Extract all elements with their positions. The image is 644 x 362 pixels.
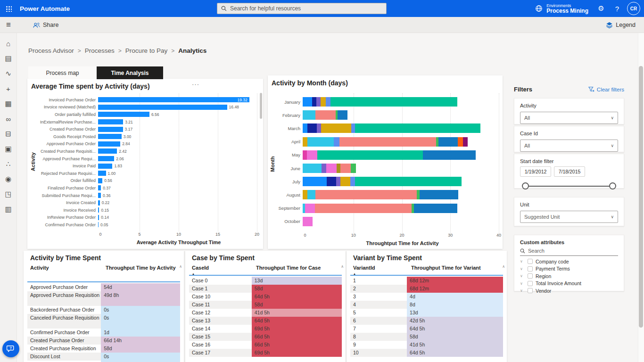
table-row[interactable]: Approved Purchase Order54d [27, 283, 180, 291]
table-row[interactable]: Backordered Purchase Order0s [27, 306, 180, 314]
table-row[interactable]: Case 1769d 5h [189, 349, 342, 357]
bar-8[interactable] [98, 156, 114, 161]
column-header[interactable]: Throughput Time by Activity [106, 265, 181, 271]
sidebar-item-process-advisor[interactable]: ∴ [1, 156, 16, 172]
segment-purple[interactable] [317, 123, 321, 133]
clear-filters-button[interactable]: Clear filters [588, 87, 624, 92]
column-header-sorted[interactable]: CaseId ▲ [192, 265, 263, 277]
chevron-down-icon[interactable]: ∨ [520, 267, 525, 271]
bar-15[interactable] [98, 207, 99, 213]
segment-steelblue[interactable] [423, 150, 476, 160]
slider-track[interactable] [525, 186, 613, 187]
bar-2[interactable] [98, 112, 149, 117]
table-row[interactable]: Created Purchase Requisition58d [27, 345, 180, 353]
segment-salmon[interactable] [315, 110, 336, 120]
segment-steelblue[interactable] [438, 137, 458, 147]
segment-purple[interactable] [336, 177, 340, 186]
segment-blue[interactable] [303, 177, 327, 186]
segment-cornflower[interactable] [351, 123, 355, 133]
table-row[interactable]: 764d 5h [350, 325, 503, 333]
segment-cornflower[interactable] [326, 97, 330, 107]
help-chat-button[interactable]: ? [2, 340, 19, 357]
segment-purple[interactable] [322, 164, 326, 173]
help-icon[interactable]: ? [609, 0, 625, 17]
avatar[interactable]: CR [627, 2, 640, 15]
bar-17[interactable] [98, 222, 99, 227]
segment-salmon[interactable] [339, 137, 436, 147]
table-row[interactable]: Case 1666d 5h [189, 341, 342, 349]
segment-blue[interactable] [303, 97, 312, 107]
sidebar-item-learn[interactable]: ▥ [1, 202, 16, 217]
segment-navy[interactable] [307, 123, 317, 133]
segment-navy[interactable] [327, 177, 336, 186]
bar-10[interactable] [98, 171, 106, 176]
segment-teal[interactable] [317, 150, 423, 160]
breadcrumb-item[interactable]: Processes [85, 47, 115, 54]
checkbox[interactable] [528, 259, 533, 264]
segment-gold[interactable] [303, 137, 307, 147]
chart-options-ellipsis[interactable]: ··· [192, 81, 199, 88]
table-row[interactable]: Case 1469d 5h [189, 325, 342, 333]
breadcrumb-item[interactable]: Procure to Pay [125, 47, 167, 54]
sidebar-item-create[interactable]: + [1, 81, 16, 96]
checkbox[interactable] [528, 266, 533, 272]
table-row[interactable]: Case 1241d 5h [189, 309, 342, 317]
tab-time-analysis[interactable]: Time Analysis [97, 66, 163, 79]
segment-gold[interactable] [321, 97, 326, 107]
segment-gold[interactable] [340, 177, 350, 186]
app-launcher-icon[interactable] [0, 0, 17, 17]
segment-steelblue[interactable] [420, 190, 458, 199]
legend-button[interactable]: Legend [606, 17, 636, 33]
sidebar-item-ai-builder[interactable]: ◉ [1, 172, 16, 187]
sidebar-item-home[interactable]: ⌂ [1, 36, 16, 51]
table-row[interactable]: Case 1364d 5h [189, 317, 342, 325]
scroll-up-icon[interactable]: ∧ [341, 264, 344, 269]
segment-cornflower[interactable] [350, 177, 355, 186]
share-button[interactable]: Share [33, 17, 58, 33]
scroll-up-icon[interactable]: ∧ [179, 264, 182, 269]
table-row[interactable]: Approved Purchase Requisition49d 8h [27, 291, 180, 306]
table-row[interactable]: Case 158d [189, 285, 342, 293]
hamburger-menu-icon[interactable]: ≡ [0, 17, 17, 33]
page-scrollbar-thumb[interactable] [639, 66, 643, 328]
end-date-input[interactable]: 7/18/2015 [554, 166, 585, 177]
segment-pink[interactable] [303, 217, 313, 226]
table-row[interactable]: 513d [350, 309, 503, 317]
segment-orange[interactable] [458, 137, 463, 147]
custom-attributes-search-input[interactable]: Search [520, 248, 618, 256]
checkbox[interactable] [528, 281, 533, 286]
segment-navy[interactable] [312, 97, 316, 107]
segment-cyan[interactable] [303, 110, 315, 120]
sidebar-item-connectors[interactable]: ∞ [1, 111, 16, 126]
chevron-down-icon[interactable]: ∨ [520, 281, 525, 286]
sidebar-item-my-flows[interactable]: ∿ [1, 66, 16, 81]
segment-darkmagenta[interactable] [463, 137, 468, 147]
bar-6[interactable] [98, 141, 120, 147]
segment-cornflower[interactable] [334, 137, 339, 147]
bar-9[interactable] [98, 164, 112, 169]
segment-pink[interactable] [307, 150, 317, 160]
chevron-down-icon[interactable]: ∨ [520, 274, 525, 278]
column-header[interactable]: Activity [30, 265, 101, 271]
global-search-input[interactable]: Search for helpful resources [217, 3, 387, 14]
bar-0[interactable]: 19.32 [98, 97, 249, 102]
table-row[interactable]: Case 1064d 5h [189, 293, 342, 301]
segment-salmon[interactable] [315, 190, 417, 199]
segment-cyan[interactable] [307, 137, 333, 147]
segment-olive[interactable] [337, 164, 340, 173]
case-id-filter-dropdown[interactable]: All ∨ [520, 140, 618, 152]
checkbox[interactable] [528, 273, 533, 279]
bar-13[interactable] [98, 193, 101, 198]
table-row[interactable]: Confirmed Purchase Order1d [27, 329, 180, 337]
segment-gold[interactable] [321, 123, 351, 133]
chevron-down-icon[interactable]: ∨ [520, 288, 525, 293]
segment-salmon[interactable] [340, 164, 351, 173]
sidebar-item-action-items[interactable]: ▤ [1, 51, 16, 66]
table-row[interactable]: Created Purchase Order66d 14h [27, 337, 180, 345]
segment-magenta[interactable] [303, 150, 307, 160]
segment-steelblue[interactable] [414, 204, 457, 213]
table-row[interactable]: 48d [350, 301, 503, 309]
table-row[interactable]: 858d [350, 333, 503, 341]
card-scrollbar-thumb[interactable] [260, 93, 262, 119]
sidebar-item-templates[interactable]: ▦ [1, 96, 16, 111]
